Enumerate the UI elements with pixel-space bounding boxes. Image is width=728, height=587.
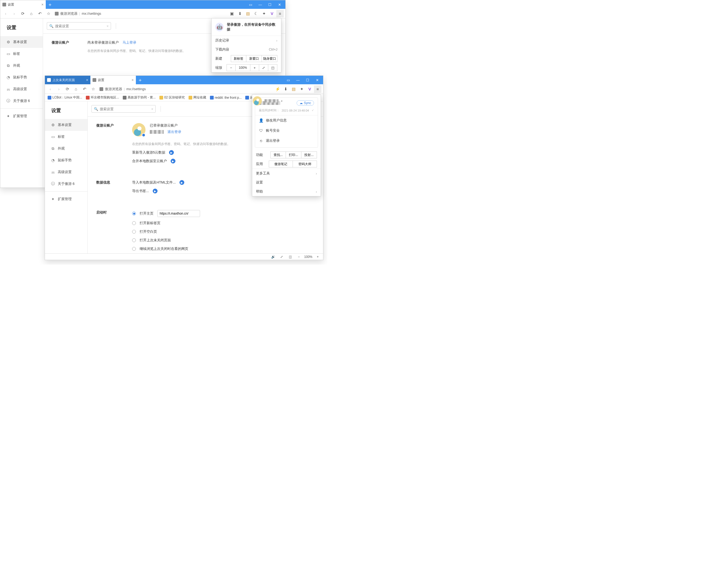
new-tab-button[interactable]: ＋ (46, 0, 54, 9)
moon-icon[interactable]: ☾ (252, 10, 260, 17)
find-button[interactable]: 查找... (270, 151, 286, 158)
search-field[interactable] (55, 24, 105, 28)
sidebar-item-about[interactable]: ⓘ关于傲游 6 (0, 95, 43, 107)
v-icon[interactable]: V (268, 10, 276, 17)
go-button[interactable]: ▶ (153, 189, 157, 193)
search-input[interactable]: 🔍 × (92, 105, 156, 113)
splitview-icon[interactable]: ◫ (287, 254, 293, 260)
new-tab-button[interactable]: ＋ (136, 76, 144, 84)
forward-button[interactable]: › (10, 10, 18, 17)
back-button[interactable]: ‹ (2, 10, 9, 17)
sidebar-item-extensions[interactable]: ✦扩展管理 (45, 193, 88, 205)
window-panel-icon[interactable]: ▭ (246, 0, 256, 9)
tab-settings[interactable]: 设置 × (0, 0, 46, 9)
window-max-icon[interactable]: ☐ (265, 0, 275, 9)
undo-button[interactable]: ↶ (36, 10, 44, 17)
extension-icon[interactable]: ✦ (298, 85, 306, 93)
radio-restore[interactable] (132, 238, 136, 242)
menu-downloads[interactable]: 下载内容 Ctrl+J (212, 45, 281, 54)
window-close-icon[interactable]: ✕ (312, 76, 322, 84)
home-button[interactable]: ⌂ (28, 10, 35, 17)
new-window-button[interactable]: 新窗口 (246, 55, 262, 62)
sidebar-item-appearance[interactable]: ⧉外观 (45, 143, 88, 155)
bookmark-item[interactable]: 网址收藏 (189, 95, 206, 100)
window-panel-icon[interactable]: ▭ (284, 76, 293, 84)
menu-button[interactable]: ≡ (276, 10, 284, 17)
password-master-button[interactable]: 密码大师 (293, 161, 317, 167)
volume-icon[interactable]: 🔊 (270, 254, 276, 260)
download-icon[interactable]: ⬇ (282, 85, 289, 93)
menu-settings[interactable]: 设置 (252, 178, 321, 187)
sidebar-item-basic[interactable]: ⚙基本设置 (0, 36, 43, 48)
chevron-down-icon[interactable]: ▾ (281, 99, 283, 102)
zoom-out-button[interactable]: − (295, 254, 302, 260)
logout-link[interactable]: 退出登录 (167, 130, 181, 134)
bookmark-item[interactable]: LCBot：Linux 中国... (48, 95, 82, 100)
v-icon[interactable]: V (306, 85, 313, 93)
star-button[interactable]: ☆ (45, 10, 52, 17)
star-button[interactable]: ☆ (89, 85, 97, 93)
sidebar-item-about[interactable]: ⓘ关于傲游 6 (45, 178, 88, 190)
login-link[interactable]: 马上登录 (122, 40, 137, 45)
radio-newtab[interactable] (132, 221, 136, 225)
menu-more-tools[interactable]: 更多工具› (252, 169, 321, 178)
go-button[interactable]: ▶ (179, 180, 184, 185)
sync-button[interactable]: ☁Sync (297, 100, 314, 106)
radio-homepage[interactable] (132, 212, 136, 215)
search-input[interactable]: 🔍 × (47, 22, 111, 30)
screenshot-icon[interactable]: ▣ (228, 10, 236, 17)
menu-help[interactable]: 帮助› (252, 187, 321, 196)
menu-security[interactable]: 🛡账号安全 (255, 125, 318, 136)
tab-settings[interactable]: 设置 × (90, 76, 136, 84)
extension-icon[interactable]: ✦ (260, 10, 268, 17)
sidebar-item-appearance[interactable]: ⧉外观 (0, 60, 43, 71)
fullscreen-icon[interactable]: ⤢ (259, 64, 268, 71)
window-close-icon[interactable]: ✕ (275, 0, 284, 9)
fullscreen-icon[interactable]: ⤢ (278, 254, 285, 260)
sidebar-item-extensions[interactable]: ✦扩展管理 (0, 110, 43, 122)
forward-button[interactable]: › (55, 85, 63, 93)
zoom-out-button[interactable]: − (226, 64, 236, 71)
new-tab-button[interactable]: 新标签 (231, 55, 246, 62)
radio-blank[interactable] (132, 230, 136, 234)
sidebar-item-advanced[interactable]: ⚎高级设置 (45, 166, 88, 178)
home-button[interactable]: ⌂ (72, 85, 80, 93)
note-icon[interactable]: ▤ (244, 10, 252, 17)
notes-button[interactable]: 傲游笔记 (269, 161, 293, 167)
sidebar-item-tabs[interactable]: ▭标签 (0, 48, 43, 60)
reload-button[interactable]: ⟳ (19, 10, 26, 17)
zoom-in-button[interactable]: + (250, 64, 259, 71)
sidebar-item-tabs[interactable]: ▭标签 (45, 131, 88, 143)
undo-button[interactable]: ↶ (81, 85, 88, 93)
incognito-button[interactable]: 隐身窗口 (262, 55, 277, 62)
print-button[interactable]: 打印... (286, 151, 301, 158)
menu-history[interactable]: 历史记录 › (212, 36, 281, 45)
address-bar[interactable]: 傲游浏览器 | mx://settings (99, 87, 146, 92)
sidebar-item-basic[interactable]: ⚙基本设置 (45, 119, 88, 131)
bookmark-item[interactable]: 环京楼市限购地区... (86, 95, 119, 100)
bookmark-item[interactable]: reddit: the front p... (210, 96, 242, 99)
bookmark-item[interactable]: 高效源于协同 - 黄... (123, 95, 156, 100)
tab-restore-last[interactable]: 上次未关闭页面 × (45, 76, 90, 84)
window-min-icon[interactable]: ― (293, 76, 303, 84)
splitview-icon[interactable]: ◫ (268, 64, 277, 71)
download-icon[interactable]: ⬇ (236, 10, 244, 17)
window-min-icon[interactable]: ― (256, 0, 265, 9)
go-button[interactable]: ▶ (169, 150, 174, 155)
tab-close-icon[interactable]: × (131, 78, 134, 82)
cast-button[interactable]: 投射... (301, 151, 317, 158)
homepage-url-input[interactable] (157, 210, 200, 217)
back-button[interactable]: ‹ (47, 85, 54, 93)
menu-logout[interactable]: ⎋退出登录 (255, 136, 318, 146)
note-icon[interactable]: ▤ (290, 85, 297, 93)
go-button[interactable]: ▶ (171, 159, 175, 163)
tab-close-icon[interactable]: × (86, 78, 88, 82)
radio-continue[interactable] (132, 247, 136, 251)
lightning-icon[interactable]: ⚡ (274, 85, 281, 93)
bookmark-item[interactable]: 02 区块链研究 (160, 95, 185, 100)
search-field[interactable] (100, 107, 149, 111)
menu-edit-user[interactable]: 👤修改用户信息 (255, 115, 318, 125)
menu-button[interactable]: ≡ (314, 85, 321, 93)
user-avatar-small[interactable] (253, 96, 262, 105)
reload-button[interactable]: ⟳ (64, 85, 71, 93)
